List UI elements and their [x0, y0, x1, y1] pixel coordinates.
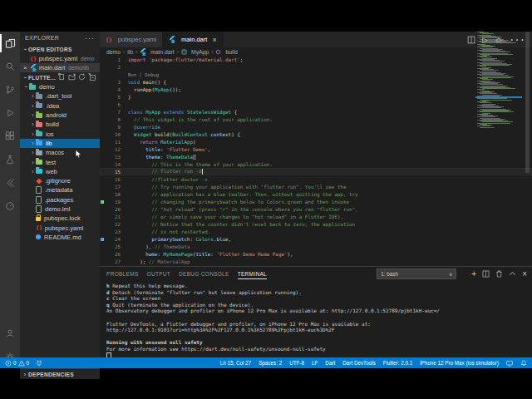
split-terminal-icon[interactable]	[482, 266, 490, 281]
tree-item-android[interactable]: ›android	[20, 111, 100, 120]
tree-item-demo-iml[interactable]: demo.iml	[20, 204, 100, 214]
code-line-15[interactable]: 15 // flutter run -d	[100, 168, 532, 175]
workspace-section-header[interactable]: › FLUTTE...	[20, 72, 100, 82]
code-line-5[interactable]: 5}	[100, 93, 532, 101]
line-number[interactable]: 25	[107, 244, 121, 249]
status-dart[interactable]: Dart	[325, 360, 335, 366]
activity-source-control-icon[interactable]	[0, 78, 20, 101]
new-file-icon[interactable]	[58, 73, 66, 81]
panel-tab-output[interactable]: OUTPUT	[147, 268, 171, 279]
status-dart[interactable]: Dart DevTools	[342, 360, 376, 366]
line-number[interactable]: 18	[107, 192, 121, 197]
tree-item-macos[interactable]: ›macos	[20, 148, 100, 157]
open-editor-item[interactable]: {}pubspec.yamldemo	[20, 54, 100, 63]
line-number[interactable]: 9	[107, 125, 121, 130]
code-line-25[interactable]: 25 ), // ThemeData	[100, 243, 532, 250]
split-editor-icon[interactable]	[467, 32, 475, 47]
line-number[interactable]: 27	[107, 259, 121, 264]
code-line-12[interactable]: 12 title: 'Flutter Demo',	[100, 145, 532, 153]
line-number[interactable]: 8	[107, 117, 121, 122]
refresh-icon[interactable]	[78, 73, 86, 81]
tree-item-pubspec-yaml[interactable]: {}pubspec.yaml	[20, 223, 100, 232]
code-line-27[interactable]: 27 ); // MaterialApp	[100, 258, 532, 265]
open-editors-section-header[interactable]: › OPEN EDITORS	[20, 44, 100, 54]
line-number[interactable]: 19	[107, 200, 121, 204]
code-line-4[interactable]: 4 runApp(MyApp());	[100, 86, 532, 93]
tree-item--packages[interactable]: .packages	[20, 195, 100, 204]
new-folder-icon[interactable]	[68, 73, 76, 81]
status-utf-8[interactable]: UTF-8	[289, 360, 304, 366]
codelens-row[interactable]: Run | Debug	[100, 71, 532, 78]
terminal-output[interactable]: h Repeat this help message.d Detach (ter…	[100, 280, 532, 359]
activity-search-icon[interactable]	[0, 55, 20, 78]
status-ln[interactable]: Ln 15, Col 27	[220, 360, 251, 366]
terminal-shell-select[interactable]: 1: bash ∨	[377, 268, 456, 279]
line-number[interactable]: 23	[107, 229, 121, 234]
code-editor[interactable]: 1import 'package:flutter/material.dart';…	[100, 56, 532, 266]
line-number[interactable]: 10	[107, 132, 121, 137]
code-line-11[interactable]: 11 return MaterialApp(	[100, 138, 532, 145]
tree-item-readme-md[interactable]: README.md	[20, 233, 100, 242]
line-number[interactable]: 13	[107, 155, 121, 160]
activity-extensions-icon[interactable]	[0, 125, 20, 148]
minimap[interactable]	[475, 32, 522, 242]
breadcrumb-item-main-dart[interactable]: main.dart	[140, 48, 174, 56]
breadcrumb-item-lib[interactable]: lib	[127, 49, 133, 55]
code-line-17[interactable]: 17 // Try running your application with …	[100, 183, 532, 190]
close-icon[interactable]: ×	[212, 36, 216, 44]
dependencies-section-header[interactable]: › DEPENDENCIES	[20, 368, 100, 379]
line-number[interactable]: 26	[107, 252, 121, 257]
line-number[interactable]: 24	[107, 237, 121, 242]
maximize-panel-icon[interactable]	[509, 266, 516, 281]
close-icon[interactable]: ×	[23, 64, 30, 71]
code-line-23[interactable]: 23 // is not restarted.	[100, 228, 532, 235]
feedback-icon[interactable]	[506, 360, 513, 367]
line-number[interactable]: 2	[107, 65, 121, 70]
tree-item-web[interactable]: ›web	[20, 167, 100, 176]
tree-item--metadata[interactable]: .metadata	[20, 185, 100, 195]
tree-item-pubspec-lock[interactable]: pubspec.lock	[20, 214, 100, 223]
line-number[interactable]: 21	[107, 214, 121, 219]
problems-status[interactable]: 00	[5, 360, 29, 367]
code-line-19[interactable]: 19 // changing the primarySwatch below t…	[100, 198, 532, 205]
activity-testing-icon[interactable]	[0, 148, 20, 171]
line-number[interactable]: 20	[107, 207, 121, 212]
code-line-7[interactable]: 7class MyApp extends StatelessWidget {	[100, 108, 532, 116]
tree-item-build[interactable]: ›build	[20, 120, 100, 129]
tab-main-dart[interactable]: main.dart×	[163, 32, 224, 47]
breadcrumb-item-build[interactable]: build	[215, 49, 237, 55]
line-number[interactable]: 17	[107, 185, 121, 190]
tree-item--idea[interactable]: ›.idea	[20, 101, 100, 111]
activity-accounts-icon[interactable]	[0, 322, 20, 345]
new-terminal-icon[interactable]: +	[471, 269, 476, 278]
code-line-22[interactable]: 22 // Notice that the counter didn't res…	[100, 220, 532, 228]
code-line-2[interactable]: 2	[100, 63, 532, 71]
tree-item--gitignore[interactable]: .gitignore	[20, 176, 100, 185]
code-line-1[interactable]: 1import 'package:flutter/material.dart';	[100, 56, 532, 63]
line-number[interactable]: 12	[107, 147, 121, 152]
tree-item-test[interactable]: ›test	[20, 157, 100, 166]
line-number[interactable]: 4	[107, 87, 121, 92]
line-number[interactable]: 11	[107, 140, 121, 145]
code-line-16[interactable]: 16 //flutter doctor -v	[100, 175, 532, 183]
tab-pubspec-yaml[interactable]: {}pubspec.yaml	[100, 32, 163, 47]
status-lf[interactable]: LF	[312, 360, 318, 366]
status-spaces[interactable]: Spaces: 2	[259, 360, 282, 366]
panel-tab-terminal[interactable]: TERMINAL	[238, 268, 267, 279]
activity-dart-devtools-icon[interactable]	[0, 195, 20, 218]
line-number[interactable]: 14	[107, 162, 121, 167]
tree-item-ios[interactable]: ›ios	[20, 129, 100, 138]
line-number[interactable]: 22	[107, 222, 121, 227]
code-line-21[interactable]: 21 // or simply save your changes to "ho…	[100, 213, 532, 220]
breadcrumb-item-myapp[interactable]: MyApp	[181, 49, 209, 55]
line-number[interactable]: 16	[107, 177, 121, 182]
line-number[interactable]: 15	[107, 170, 121, 175]
panel-tab-debug-console[interactable]: DEBUG CONSOLE	[179, 268, 229, 279]
line-number[interactable]: 1	[107, 57, 121, 62]
line-number[interactable]: 5	[107, 95, 121, 100]
code-line-26[interactable]: 26 home: MyHomePage(title: 'Flutter Demo…	[100, 250, 532, 258]
status-iphone[interactable]: iPhone 12 Pro Max (ios simulator)	[420, 360, 499, 366]
code-line-3[interactable]: 3void main() {	[100, 78, 532, 86]
plug-icon[interactable]	[36, 360, 42, 367]
tree-item-demo[interactable]: ›demo	[20, 82, 100, 91]
